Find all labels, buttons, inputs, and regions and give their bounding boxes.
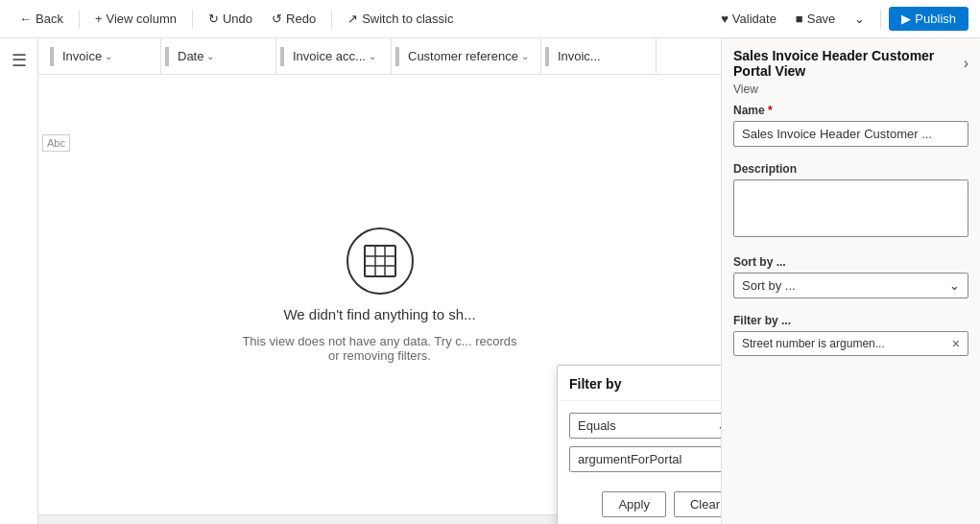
right-panel: Sales Invoice Header Customer Portal Vie… [721, 38, 980, 524]
filter-dialog: Filter by × Equals ⌄ Apply Clear [557, 365, 721, 524]
name-required: * [768, 104, 773, 117]
divider-4 [880, 10, 881, 29]
publish-icon: ▶ [901, 12, 911, 26]
empty-title: We didn't find anything to sh... [283, 306, 475, 322]
hamburger-icon[interactable]: ☰ [8, 46, 31, 75]
divider-3 [331, 10, 332, 29]
col-drag-handle[interactable] [280, 47, 284, 66]
col-invoice-acc-chevron[interactable]: ⌄ [369, 51, 376, 61]
sort-by-section: Sort by ... Sort by ... ⌄ [733, 255, 968, 298]
name-input[interactable] [733, 121, 968, 147]
column-headers: Invoice ⌄ Date ⌄ Invoice acc... ⌄ Custom… [38, 38, 721, 75]
chevron-down-icon: ⌄ [854, 12, 865, 26]
switch-icon: ↗ [347, 12, 358, 26]
back-icon: ← [19, 12, 32, 26]
undo-button[interactable]: ↻ Undo [201, 8, 260, 30]
col-invoic-label: Invoic... [558, 49, 601, 63]
abc-badge: Abc [42, 134, 70, 152]
save-label: Save [807, 12, 836, 26]
right-panel-header: Sales Invoice Header Customer Portal Vie… [722, 38, 980, 83]
col-header-customer-ref[interactable]: Customer reference ⌄ [392, 38, 541, 74]
col-header-invoice[interactable]: Invoice ⌄ [46, 38, 161, 74]
left-sidebar: ☰ [0, 38, 38, 524]
col-invoice-acc-label: Invoice acc... [293, 49, 366, 63]
filter-dialog-title: Filter by [569, 376, 621, 392]
sort-by-value: Sort by ... [742, 278, 796, 293]
filter-dropdown-chevron: ⌄ [717, 418, 721, 433]
col-customer-ref-chevron[interactable]: ⌄ [521, 51, 529, 61]
svg-rect-0 [365, 246, 395, 276]
redo-icon: ↺ [272, 12, 282, 26]
back-label: Back [36, 12, 63, 26]
switch-classic-label: Switch to classic [362, 12, 453, 26]
filter-value-input[interactable] [569, 446, 721, 472]
col-drag-handle[interactable] [395, 47, 399, 66]
col-header-invoic[interactable]: Invoic... [541, 38, 657, 74]
sort-by-label: Sort by ... [733, 255, 968, 269]
col-drag-handle[interactable] [165, 47, 169, 66]
clear-button[interactable]: Clear [674, 491, 721, 517]
col-invoice-chevron[interactable]: ⌄ [105, 51, 112, 61]
col-header-date[interactable]: Date ⌄ [161, 38, 276, 74]
col-header-invoice-acc[interactable]: Invoice acc... ⌄ [276, 38, 392, 74]
filter-dialog-footer: Apply Clear [558, 484, 721, 524]
filter-by-section: Filter by ... Street number is argumen..… [733, 314, 968, 356]
divider-1 [79, 10, 80, 29]
view-column-label: View column [107, 12, 177, 26]
apply-button[interactable]: Apply [602, 491, 666, 517]
save-button[interactable]: ■ Save [788, 8, 844, 30]
divider-2 [192, 10, 193, 29]
col-date-label: Date [178, 49, 203, 63]
filter-dialog-header: Filter by × [558, 366, 721, 401]
right-panel-chevron[interactable]: › [964, 55, 968, 72]
col-drag-handle[interactable] [545, 47, 549, 66]
filter-chip: Street number is argumen... × [733, 331, 968, 356]
filter-equals-dropdown[interactable]: Equals ⌄ [569, 413, 721, 439]
save-dropdown-button[interactable]: ⌄ [847, 8, 872, 30]
filter-chip-text: Street number is argumen... [742, 337, 885, 350]
view-column-button[interactable]: + View column [87, 8, 184, 30]
col-drag-handle[interactable] [50, 47, 54, 66]
col-customer-ref-label: Customer reference [408, 49, 518, 63]
filter-by-label: Filter by ... [733, 314, 968, 327]
undo-label: Undo [223, 12, 252, 26]
empty-icon [347, 227, 414, 295]
main-layout: ☰ Abc Invoice ⌄ Date ⌄ Invoice acc... ⌄ [0, 38, 980, 524]
switch-classic-button[interactable]: ↗ Switch to classic [340, 8, 461, 30]
right-panel-title: Sales Invoice Header Customer Portal Vie… [733, 48, 964, 79]
sort-chevron-icon: ⌄ [949, 278, 960, 293]
sort-by-dropdown[interactable]: Sort by ... ⌄ [733, 273, 968, 298]
redo-label: Redo [286, 12, 316, 26]
toolbar: ← Back + View column ↻ Undo ↺ Redo ↗ Swi… [0, 0, 980, 38]
description-field-section: Description [733, 162, 968, 240]
description-field-label: Description [733, 162, 968, 176]
undo-icon: ↻ [208, 12, 219, 26]
validate-button[interactable]: ♥ Validate [713, 8, 784, 30]
back-button[interactable]: ← Back [12, 8, 71, 30]
publish-label: Publish [915, 12, 956, 26]
redo-button[interactable]: ↺ Redo [264, 8, 323, 30]
toolbar-right: ♥ Validate ■ Save ⌄ ▶ Publish [713, 7, 968, 31]
empty-description: This view does not have any data. Try c.… [236, 334, 524, 363]
save-icon: ■ [796, 12, 803, 26]
description-textarea[interactable] [733, 179, 968, 237]
validate-label: Validate [732, 12, 777, 26]
name-field-section: Name * [733, 104, 968, 147]
filter-equals-label: Equals [578, 418, 616, 433]
content-area: Abc Invoice ⌄ Date ⌄ Invoice acc... ⌄ Cu… [38, 38, 721, 524]
validate-icon: ♥ [721, 12, 729, 26]
filter-chip-remove-button[interactable]: × [952, 336, 960, 351]
name-field-label: Name * [733, 104, 968, 117]
plus-icon: + [95, 12, 103, 26]
filter-dialog-body: Equals ⌄ [558, 401, 721, 484]
right-panel-scrollable: Name * Description Sort by ... Sort by .… [722, 104, 980, 524]
col-date-chevron[interactable]: ⌄ [206, 51, 214, 61]
publish-button[interactable]: ▶ Publish [889, 7, 968, 31]
col-invoice-label: Invoice [62, 49, 102, 63]
right-panel-sub: View [722, 83, 980, 104]
grid-svg-icon [363, 244, 397, 278]
